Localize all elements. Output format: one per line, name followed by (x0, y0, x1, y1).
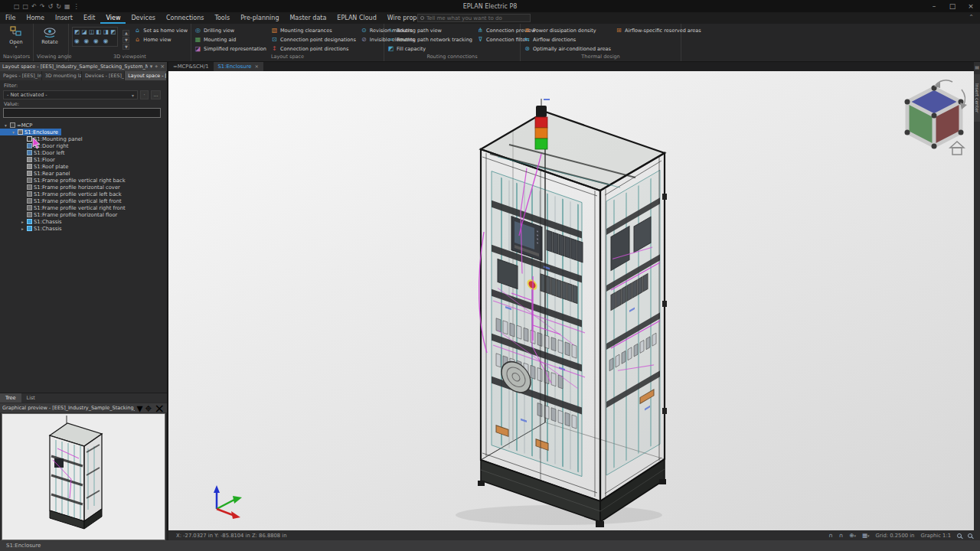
tree-item-floor[interactable]: S1:Floor (0, 156, 167, 163)
gallery-more-icon[interactable]: ▼ (122, 44, 129, 50)
set-as-home-view-button[interactable]: ⌂ Set as home view (134, 26, 188, 34)
grid-icon[interactable]: ▦▾ (862, 532, 870, 539)
panel-pin-icon[interactable]: ⌖ (155, 64, 158, 70)
tree-item-frame-profile[interactable]: S1:Frame profile horizontal floor (0, 211, 167, 218)
tree-item-frame-profile[interactable]: S1:Frame profile vertical left front (0, 197, 167, 204)
tree-item-door-left[interactable]: S1:Door left (0, 149, 167, 156)
close-icon[interactable]: × (255, 64, 259, 70)
panel-dropdown-icon[interactable]: ▾ (150, 64, 153, 70)
tab-devices[interactable]: Devices - [EES]_In... (82, 71, 125, 80)
insert-center-tab[interactable]: Insert center (974, 74, 980, 122)
close-button[interactable]: × (962, 0, 980, 12)
optimally-air-conditioned-areas-label: Optimally air-conditioned areas (533, 46, 611, 52)
tree-item-chassis[interactable]: ▸ S1:Chassis (0, 218, 167, 225)
tab-pages[interactable]: Pages - [EES]_Ind... (0, 71, 42, 80)
value-input[interactable] (3, 108, 161, 118)
sphere-view-icon[interactable]: ◉ (74, 38, 80, 44)
tab-3d-mounting-layout[interactable]: 3D mounting lay... (42, 71, 82, 80)
airflow-specific-reserved-areas-button[interactable]: ⊞ Airflow-specific reserved areas (616, 26, 701, 34)
cube-view-icon[interactable]: ◨ (103, 29, 109, 35)
tree-item-roof-plate[interactable]: S1:Roof plate (0, 163, 167, 170)
connection-point-designations-button[interactable]: ⊡ Connection point designations (271, 35, 356, 44)
panel-options-icon[interactable]: ▤ (974, 64, 980, 70)
menu-eplan-cloud[interactable]: EPLAN Cloud (332, 12, 381, 24)
graphic-scale-display[interactable]: Graphic 1:1 (920, 533, 951, 539)
minimize-button[interactable]: – (925, 0, 943, 12)
cube-view-icon[interactable]: ◫ (89, 29, 94, 35)
panel-close-icon[interactable]: × (160, 64, 165, 70)
mounting-clearances-button[interactable]: ▧ Mounting clearances (271, 26, 356, 34)
cube-view-icon[interactable]: ◪ (81, 29, 87, 35)
cube-view-icon[interactable]: ◧ (96, 29, 101, 35)
cube-view-icon[interactable]: ◩ (110, 29, 116, 35)
menu-edit[interactable]: Edit (78, 12, 101, 24)
menu-pre-planning[interactable]: Pre-planning (235, 12, 284, 24)
expander-icon[interactable]: ▾ (3, 123, 8, 128)
menu-master-data[interactable]: Master data (284, 12, 332, 24)
tab-list[interactable]: List (21, 393, 41, 403)
coordinate-system-icon[interactable]: ⊕▾ (849, 532, 856, 539)
simplified-representation-button[interactable]: ◪ Simplified representation (194, 44, 266, 53)
grid-size-display[interactable]: Grid: 0.2500 in (876, 533, 915, 539)
filter-select[interactable]: - Not activated - ▾ (3, 90, 138, 99)
menu-insert[interactable]: Insert (50, 12, 78, 24)
tree-item-frame-profile[interactable]: S1:Frame profile horizontal cover (0, 184, 167, 191)
sphere-view-icon[interactable]: ◉ (103, 38, 109, 44)
optimally-air-conditioned-areas-button[interactable]: ⊛ Optimally air-conditioned areas (524, 44, 611, 53)
tab-layout-space-document[interactable]: S1:Enclosure × (214, 62, 263, 71)
sphere-view-icon[interactable]: ◉ (84, 38, 90, 44)
cube-view-icon[interactable]: ◩ (74, 29, 80, 35)
sphere-view-icon[interactable]: ◉ (93, 38, 99, 44)
zoom-in-icon[interactable] (957, 533, 962, 538)
graphical-preview-canvas[interactable] (2, 413, 165, 540)
tab-tree[interactable]: Tree (0, 393, 21, 403)
tree-item-door-right[interactable]: S1:Door right (0, 142, 167, 149)
expander-icon[interactable]: ▾ (11, 130, 16, 135)
routing-path-view-button[interactable]: ∿ Routing path view (387, 26, 472, 34)
menu-view[interactable]: View (100, 12, 126, 24)
drilling-view-icon: ◎ (194, 27, 201, 34)
tree-item-mounting-panel[interactable]: S1:Mounting panel (0, 135, 167, 142)
home-view-button[interactable]: ⌂ Home view (134, 35, 188, 44)
menu-connections[interactable]: Connections (161, 12, 209, 24)
search-input[interactable] (426, 15, 526, 21)
3d-viewport[interactable] (168, 71, 974, 530)
tab-layout-space[interactable]: Layout space - [E... (125, 71, 167, 80)
tree-item-rear-panel[interactable]: S1:Rear panel (0, 170, 167, 177)
airflow-directions-button[interactable]: ⇆ Airflow directions (524, 35, 611, 44)
menu-home[interactable]: Home (21, 12, 50, 24)
tree-item-mcp[interactable]: ▾ =MCP (0, 122, 167, 129)
tree-item-frame-profile[interactable]: S1:Frame profile vertical right front (0, 204, 167, 211)
tree-item-frame-profile[interactable]: S1:Frame profile vertical right back (0, 177, 167, 184)
power-dissipation-density-button[interactable]: ≣ Power dissipation density (524, 26, 611, 34)
menu-file[interactable]: File (0, 12, 21, 24)
snap-icon[interactable]: ∩ (828, 532, 833, 539)
expander-icon[interactable]: ▸ (20, 227, 25, 231)
tab-structure-segment[interactable]: =MCP&SCH/1 (168, 62, 214, 71)
tree-item-frame-profile[interactable]: S1:Frame profile vertical left back (0, 191, 167, 197)
open-button[interactable]: Open ▾ (3, 25, 29, 53)
connection-point-directions-button[interactable]: ↕ Connection point directions (271, 44, 356, 53)
home-view-icon[interactable] (950, 142, 964, 155)
search-box[interactable] (417, 14, 531, 22)
rotate-button[interactable]: Rotate (37, 25, 63, 53)
expander-icon[interactable]: ▸ (20, 220, 25, 224)
viewpoint-gallery[interactable]: ◩◪◫◧◨◩ ◉◉◉◉ (72, 27, 118, 47)
ribbon-collapse-icon[interactable]: ⌃ (969, 14, 974, 21)
routing-path-network-tracking-button[interactable]: ≍ Routing path network tracking (387, 35, 472, 44)
menu-devices[interactable]: Devices (126, 12, 161, 24)
filter-activate-button[interactable]: · (140, 90, 149, 99)
maximize-button[interactable]: □ (943, 0, 962, 12)
drilling-view-button[interactable]: ◎ Drilling view (194, 26, 266, 34)
menu-tools[interactable]: Tools (209, 12, 235, 24)
navigation-cube[interactable] (905, 86, 964, 149)
mounting-aid-button[interactable]: ▦ Mounting aid (194, 35, 266, 44)
fill-capacity-button[interactable]: ◩ Fill capacity (387, 44, 472, 53)
zoom-out-icon[interactable] (968, 533, 972, 538)
filter-more-button[interactable]: ... (151, 90, 161, 99)
object-snap-icon[interactable]: ∩ (839, 532, 844, 539)
gallery-up-icon[interactable]: ▲ (122, 30, 129, 36)
tree-item-chassis[interactable]: ▸ S1:Chassis (0, 225, 167, 232)
gallery-down-icon[interactable]: ▼ (122, 37, 129, 43)
tree-item-enclosure[interactable]: ▾ S1:Enclosure (0, 129, 61, 135)
